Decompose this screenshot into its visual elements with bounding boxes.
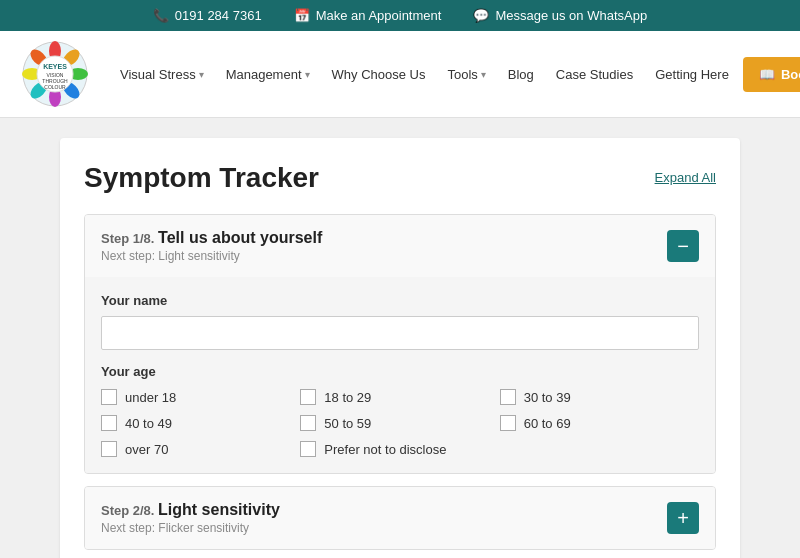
step-1-header: Step 1/8. Tell us about yourself Next st…	[85, 215, 715, 277]
main-content: Symptom Tracker Expand All Step 1/8. Tel…	[0, 118, 800, 558]
nav-visual-stress[interactable]: Visual Stress ▾	[110, 59, 214, 90]
top-bar: 📞 0191 284 7361 📅 Make an Appointment 💬 …	[0, 0, 800, 31]
step-2-number: Step 2/8.	[101, 503, 158, 518]
age-checkbox-over70[interactable]	[101, 441, 117, 457]
age-option-under18[interactable]: under 18	[101, 389, 300, 405]
age-checkbox-30to39[interactable]	[500, 389, 516, 405]
step-1-toggle-button[interactable]: −	[667, 230, 699, 262]
phone-number: 0191 284 7361	[175, 8, 262, 23]
whatsapp-item[interactable]: 💬 Message us on WhatsApp	[473, 8, 647, 23]
step-1-number: Step 1/8.	[101, 231, 158, 246]
chevron-down-icon: ▾	[305, 69, 310, 80]
age-checkbox-prefer-not[interactable]	[300, 441, 316, 457]
step-2-title: Light sensitivity	[158, 501, 280, 518]
book-now-button[interactable]: 📖 Book Now	[743, 57, 800, 92]
step-1-title: Tell us about yourself	[158, 229, 322, 246]
age-checkbox-under18[interactable]	[101, 389, 117, 405]
age-checkbox-40to49[interactable]	[101, 415, 117, 431]
tracker-header: Symptom Tracker Expand All	[84, 162, 716, 194]
step-2-toggle-button[interactable]: +	[667, 502, 699, 534]
navbar: KEYES VISION THROUGH COLOUR Visual Stres…	[0, 31, 800, 118]
name-input[interactable]	[101, 316, 699, 350]
phone-item[interactable]: 📞 0191 284 7361	[153, 8, 262, 23]
step-1-next: Next step: Light sensitivity	[101, 249, 322, 263]
tracker-title: Symptom Tracker	[84, 162, 319, 194]
logo[interactable]: KEYES VISION THROUGH COLOUR	[20, 39, 90, 109]
nav-links: Visual Stress ▾ Management ▾ Why Choose …	[110, 59, 739, 90]
step-2-header: Step 2/8. Light sensitivity Next step: F…	[85, 487, 715, 549]
nav-why-choose-us[interactable]: Why Choose Us	[322, 59, 436, 90]
expand-all-link[interactable]: Expand All	[655, 170, 716, 185]
age-label: Your age	[101, 364, 699, 379]
step-1-block: Step 1/8. Tell us about yourself Next st…	[84, 214, 716, 474]
age-options: under 18 18 to 29 30 to 39 40 to 49	[101, 389, 699, 457]
whatsapp-label: Message us on WhatsApp	[495, 8, 647, 23]
age-checkbox-60to69[interactable]	[500, 415, 516, 431]
nav-management[interactable]: Management ▾	[216, 59, 320, 90]
tracker-card: Symptom Tracker Expand All Step 1/8. Tel…	[60, 138, 740, 558]
nav-getting-here[interactable]: Getting Here	[645, 59, 739, 90]
age-option-40to49[interactable]: 40 to 49	[101, 415, 300, 431]
age-option-60to69[interactable]: 60 to 69	[500, 415, 699, 431]
nav-tools[interactable]: Tools ▾	[437, 59, 495, 90]
svg-text:COLOUR: COLOUR	[44, 84, 66, 90]
step-2-block: Step 2/8. Light sensitivity Next step: F…	[84, 486, 716, 550]
svg-text:KEYES: KEYES	[43, 63, 67, 70]
step-1-content: Your name Your age under 18 18 to 29 30 …	[85, 277, 715, 473]
whatsapp-icon: 💬	[473, 8, 489, 23]
appointment-item[interactable]: 📅 Make an Appointment	[294, 8, 442, 23]
step-2-next: Next step: Flicker sensitivity	[101, 521, 280, 535]
phone-icon: 📞	[153, 8, 169, 23]
appointment-label: Make an Appointment	[316, 8, 442, 23]
age-option-30to39[interactable]: 30 to 39	[500, 389, 699, 405]
age-checkbox-18to29[interactable]	[300, 389, 316, 405]
chevron-down-icon: ▾	[481, 69, 486, 80]
name-field-label: Your name	[101, 293, 699, 308]
chevron-down-icon: ▾	[199, 69, 204, 80]
calendar-icon: 📅	[294, 8, 310, 23]
nav-case-studies[interactable]: Case Studies	[546, 59, 643, 90]
age-option-18to29[interactable]: 18 to 29	[300, 389, 499, 405]
age-checkbox-50to59[interactable]	[300, 415, 316, 431]
book-icon: 📖	[759, 67, 775, 82]
nav-blog[interactable]: Blog	[498, 59, 544, 90]
age-option-prefer-not[interactable]: Prefer not to disclose	[300, 441, 499, 457]
age-option-50to59[interactable]: 50 to 59	[300, 415, 499, 431]
age-option-over70[interactable]: over 70	[101, 441, 300, 457]
